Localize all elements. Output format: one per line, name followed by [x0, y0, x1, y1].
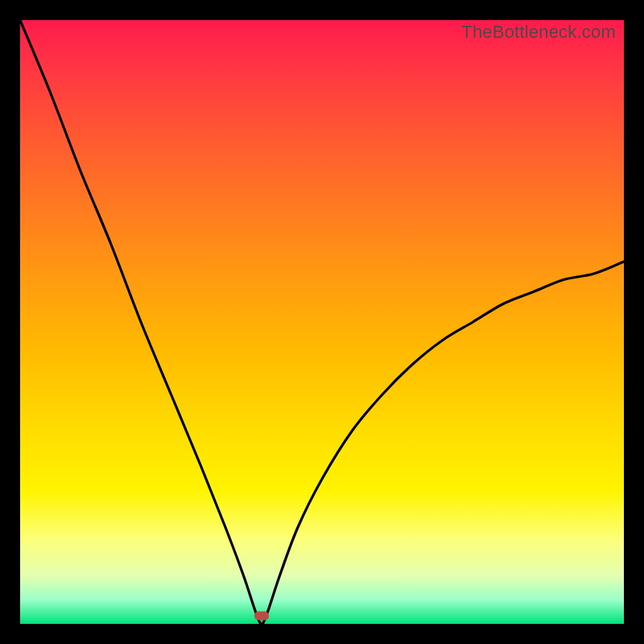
optimum-marker	[254, 612, 269, 621]
chart-frame: TheBottleneck.com	[20, 20, 624, 624]
bottleneck-curve	[20, 20, 624, 624]
watermark-text: TheBottleneck.com	[461, 22, 616, 43]
